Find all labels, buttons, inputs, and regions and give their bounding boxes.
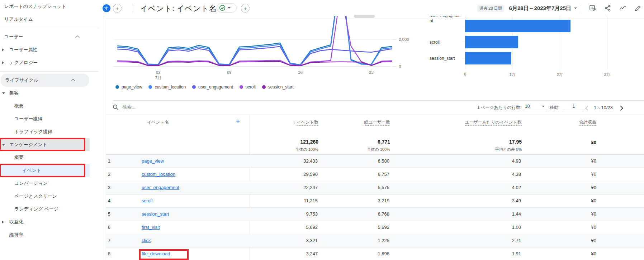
- sidebar-item-acquisition-overview[interactable]: 概要: [0, 100, 103, 112]
- legend-label: page_view: [122, 85, 142, 90]
- column-header-event-name[interactable]: イベント名: [147, 119, 169, 125]
- sidebar-item-lifecycle-section[interactable]: ライフサイクル: [1, 74, 89, 87]
- click-link[interactable]: click: [142, 234, 151, 247]
- sidebar-item-reports-snapshot[interactable]: レポートのスナップショット: [0, 0, 103, 13]
- previous-page-button[interactable]: [585, 106, 590, 111]
- legend-label: scroll: [246, 85, 256, 90]
- tree-expanded-icon[interactable]: [2, 144, 5, 146]
- events-line-chart: 02,000027月091623: [108, 16, 409, 82]
- header-icon-group: [582, 4, 642, 13]
- cell-events_per_user: 4.38: [478, 168, 521, 181]
- customize-report-icon[interactable]: [589, 4, 597, 12]
- sidebar-item-realtime[interactable]: リアルタイム: [0, 13, 103, 26]
- search-placeholder: 検索...: [122, 104, 136, 110]
- sidebar-item-engagement[interactable]: エンゲージメント: [0, 138, 90, 151]
- report-status-pill[interactable]: [217, 3, 237, 13]
- sidebar-item-user-attributes[interactable]: ユーザー属性: [0, 43, 103, 56]
- cell-total_users: 6,768: [346, 208, 389, 221]
- legend-item-user_engagement: user_engagement: [192, 85, 233, 90]
- page_view-link[interactable]: page_view: [142, 155, 164, 168]
- chevron-up-icon[interactable]: [75, 35, 79, 39]
- check-circle-icon: [219, 5, 226, 11]
- row-index: 6: [105, 221, 110, 234]
- column-header-events-per-user[interactable]: ユーザーあたりのイベント数: [439, 119, 522, 125]
- cell-event_count: 11,215: [275, 194, 318, 207]
- table-top-divider: [113, 100, 644, 101]
- cell-events_per_user: 3.49: [478, 194, 521, 207]
- legend-item-page_view: page_view: [115, 85, 142, 90]
- tree-collapsed-icon[interactable]: [2, 61, 4, 64]
- sidebar-item-label: ユーザー獲得: [14, 116, 43, 122]
- rows-per-page-select[interactable]: 10: [524, 104, 547, 109]
- row-index: 8: [105, 247, 110, 260]
- add-comparison-button[interactable]: +: [113, 4, 122, 13]
- cell-total_users: 3,219: [346, 194, 389, 207]
- column-header-event-count[interactable]: ↓イベント数: [236, 119, 318, 125]
- sidebar-item-label: イベント: [22, 167, 41, 174]
- svg-text:7月: 7月: [155, 76, 161, 80]
- legend-item-session_start: session_start: [262, 85, 294, 90]
- sidebar-item-user-section[interactable]: ユーザー: [0, 30, 103, 43]
- chevron-up-icon[interactable]: [71, 79, 75, 83]
- cell-revenue: ¥0: [553, 155, 596, 168]
- custom_location-link[interactable]: custom_location: [142, 168, 175, 181]
- sidebar-item-monetization[interactable]: 収益化: [0, 216, 103, 228]
- cell-revenue: ¥0: [553, 208, 596, 221]
- cell-revenue: ¥0: [553, 247, 596, 260]
- cell-events_per_user: 1.44: [478, 208, 521, 221]
- sidebar-item-pages-screens[interactable]: ページとスクリーン: [0, 190, 103, 203]
- column-header-total-users[interactable]: 総ユーザー数: [308, 119, 390, 125]
- bar-axis-label: 1万: [505, 72, 520, 77]
- cell-revenue: ¥0: [553, 194, 596, 207]
- row-index: 3: [105, 181, 110, 194]
- first_visit-link[interactable]: first_visit: [142, 221, 160, 234]
- bar-axis-label: 0: [458, 72, 472, 76]
- sidebar-item-retention[interactable]: 維持率: [0, 228, 103, 241]
- bar-label-session_start: session_start: [430, 56, 463, 61]
- cell-total_users: 5,692: [346, 221, 389, 234]
- scroll-link[interactable]: scroll: [142, 194, 152, 207]
- sidebar-item-conversions[interactable]: コンバージョン: [0, 177, 103, 190]
- chevron-down-icon: [574, 8, 577, 9]
- edit-pencil-icon[interactable]: [634, 4, 642, 12]
- bar-axis-label: 3万: [600, 72, 614, 77]
- tree-expanded-icon[interactable]: [2, 92, 5, 94]
- sidebar-item-landing-page[interactable]: ランディング ページ: [0, 203, 103, 216]
- segment-chip-avatar[interactable]: す: [103, 4, 110, 12]
- tree-collapsed-icon[interactable]: [2, 48, 4, 51]
- table-header-top-divider: [106, 115, 644, 115]
- session_start-link[interactable]: session_start: [142, 208, 169, 221]
- sidebar-item-label: 概要: [14, 154, 24, 161]
- total-events-per-user-sub: 平均との差 0%: [439, 147, 522, 152]
- sidebar-item-label: 概要: [14, 103, 24, 109]
- user_engagement-link[interactable]: user_engagement: [142, 181, 179, 194]
- date-range-selector[interactable]: 6月28日～2023年7月25日: [509, 5, 577, 12]
- sidebar-item-label: エンゲージメント: [9, 141, 47, 148]
- sidebar-item-events[interactable]: イベント: [0, 164, 90, 177]
- goto-page-input[interactable]: 1: [563, 104, 585, 109]
- share-icon[interactable]: [604, 4, 612, 12]
- cell-event_count: 9,753: [275, 208, 318, 221]
- sidebar-item-user-acquisition[interactable]: ユーザー獲得: [0, 112, 103, 125]
- svg-text:09: 09: [227, 70, 232, 74]
- svg-text:0: 0: [399, 64, 401, 69]
- sidebar-item-label: テクノロジー: [9, 59, 38, 66]
- svg-text:02: 02: [156, 70, 161, 74]
- sidebar-item-traffic-acquisition[interactable]: トラフィック獲得: [0, 125, 103, 138]
- add-report-tab-button[interactable]: +: [241, 4, 250, 13]
- sidebar-item-acquisition[interactable]: 集客: [0, 87, 103, 100]
- tree-collapsed-icon[interactable]: [2, 221, 4, 223]
- next-page-button[interactable]: [618, 106, 623, 111]
- file_download-link[interactable]: file_download: [142, 247, 170, 260]
- insights-icon[interactable]: [619, 4, 627, 12]
- table-row-file_download: 8file_download3,2471,6981.91¥0: [106, 247, 644, 260]
- sidebar-item-label: ライフサイクル: [5, 77, 38, 83]
- legend-label: custom_location: [155, 85, 186, 90]
- cell-events_per_user: 4.93: [478, 155, 521, 168]
- svg-text:23: 23: [369, 70, 374, 74]
- sidebar-item-technology[interactable]: テクノロジー: [0, 56, 103, 69]
- sidebar-item-engagement-overview[interactable]: 概要: [0, 151, 103, 164]
- cell-event_count: 5,692: [275, 221, 318, 234]
- column-header-total-revenue[interactable]: 合計収益: [514, 119, 596, 125]
- table-search[interactable]: 検索...: [113, 104, 136, 110]
